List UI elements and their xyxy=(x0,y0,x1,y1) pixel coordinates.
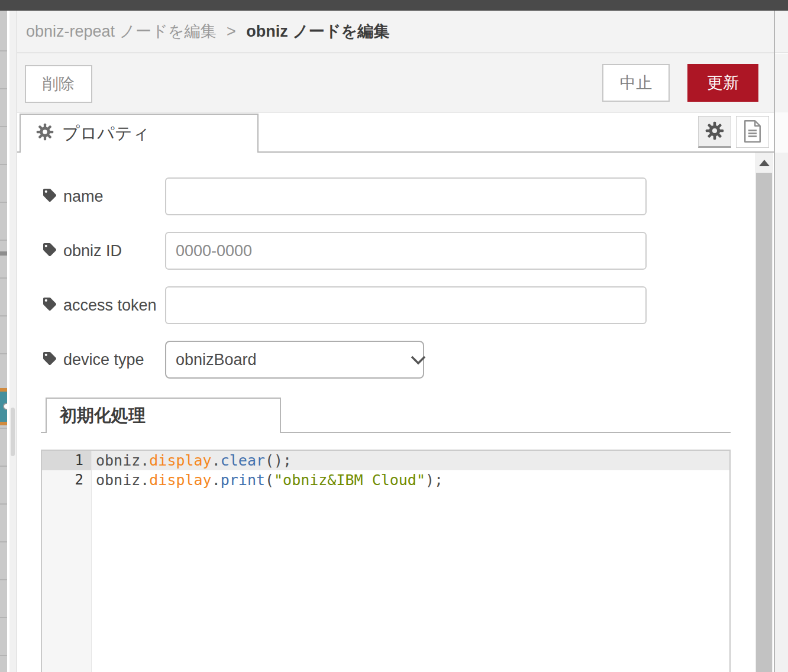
palette-scrollbar-track[interactable] xyxy=(9,11,17,672)
screen: obniz-repeat ノードを編集 > obniz ノードを編集 削除 中止… xyxy=(0,0,788,672)
palette-separator xyxy=(0,466,7,467)
code-token: . xyxy=(212,452,221,469)
palette-separator xyxy=(0,202,7,203)
dialog-toolbar: 削除 中止 更新 xyxy=(17,53,774,112)
code-token: display xyxy=(149,471,211,489)
right-strip-segment xyxy=(775,153,788,672)
palette-item-edge xyxy=(0,251,7,256)
code-line: obniz.display.clear(); xyxy=(92,451,729,470)
palette-separator xyxy=(0,503,7,505)
right-strip-segment xyxy=(775,112,788,153)
obniz-id-label-text: obniz ID xyxy=(63,242,122,260)
gear-icon xyxy=(705,121,724,142)
palette-separator xyxy=(0,164,7,165)
obniz-id-label: obniz ID xyxy=(43,232,122,270)
tab-properties-label: プロパティ xyxy=(62,122,150,146)
tag-icon xyxy=(43,242,56,260)
scrollbar-thumb[interactable] xyxy=(756,173,772,672)
palette-separator xyxy=(0,240,7,241)
edit-dialog: obniz-repeat ノードを編集 > obniz ノードを編集 削除 中止… xyxy=(17,11,775,672)
tag-icon xyxy=(43,188,56,206)
palette-separator xyxy=(0,353,7,354)
scrollbar-up-button[interactable] xyxy=(755,153,773,173)
device-type-label-text: device type xyxy=(63,351,144,369)
code-token: . xyxy=(212,471,221,489)
gear-icon xyxy=(36,123,54,145)
tag-icon xyxy=(43,296,56,315)
right-strip-segment xyxy=(775,11,788,53)
code-token: clear xyxy=(221,452,265,469)
arrow-up-icon xyxy=(759,160,770,166)
code-token: obniz. xyxy=(96,452,149,469)
code-token: (); xyxy=(265,452,292,469)
tag-icon xyxy=(43,351,56,369)
code-token: obniz. xyxy=(96,471,149,489)
access-token-input[interactable] xyxy=(165,286,647,324)
cancel-button[interactable]: 中止 xyxy=(602,64,670,102)
device-type-label: device type xyxy=(43,341,144,379)
properties-panel: name obniz ID access token xyxy=(17,153,774,672)
line-number: 2 xyxy=(42,470,91,490)
tab-init-code[interactable]: 初期化処理 xyxy=(46,398,281,433)
code-token: print xyxy=(221,471,265,489)
palette-scrollbar-thumb[interactable] xyxy=(11,408,15,456)
content-scrollbar[interactable] xyxy=(755,153,773,672)
breadcrumb-current: obniz ノードを編集 xyxy=(246,22,389,40)
palette-separator xyxy=(0,579,7,580)
palette-separator xyxy=(0,428,7,429)
palette-separator xyxy=(0,617,7,618)
palette-node-obniz[interactable] xyxy=(0,388,7,425)
palette-separator xyxy=(0,541,7,542)
right-edge-strip xyxy=(775,11,788,672)
palette-separator xyxy=(0,88,7,89)
code-editor-text[interactable]: obniz.display.clear(); obniz.display.pri… xyxy=(92,451,729,672)
dialog-tabbar: プロパティ xyxy=(17,112,774,153)
obniz-id-input[interactable] xyxy=(165,232,647,270)
right-strip-segment xyxy=(775,54,788,112)
name-input[interactable] xyxy=(165,177,647,215)
node-docs-button[interactable] xyxy=(736,116,769,148)
palette-separator xyxy=(0,315,7,316)
breadcrumb-separator: > xyxy=(227,22,236,40)
palette-separator xyxy=(0,50,7,51)
line-number: 1 xyxy=(42,451,91,470)
breadcrumb-parent[interactable]: obniz-repeat ノードを編集 xyxy=(26,22,217,40)
delete-button[interactable]: 削除 xyxy=(25,65,92,103)
palette-edge xyxy=(0,11,7,672)
node-port xyxy=(3,403,7,410)
code-editor[interactable]: 1 2 obniz.display.clear(); obniz.display… xyxy=(41,450,731,672)
code-token: display xyxy=(149,452,211,469)
window-topbar xyxy=(0,0,788,11)
tab-init-code-label: 初期化処理 xyxy=(60,404,146,428)
breadcrumb: obniz-repeat ノードを編集 > obniz ノードを編集 xyxy=(17,11,774,53)
code-token: ); xyxy=(425,471,443,489)
document-icon xyxy=(742,119,763,145)
access-token-label: access token xyxy=(43,286,157,324)
palette-separator xyxy=(0,277,7,279)
tab-properties[interactable]: プロパティ xyxy=(20,114,259,153)
name-label-text: name xyxy=(63,188,104,206)
name-label: name xyxy=(43,177,104,215)
device-type-select[interactable]: obnizBoard xyxy=(165,341,424,379)
code-line: obniz.display.print("obniz&IBM Cloud"); xyxy=(92,470,729,490)
access-token-label-text: access token xyxy=(63,296,157,315)
palette-separator xyxy=(0,655,7,656)
code-editor-gutter: 1 2 xyxy=(42,451,92,672)
edit-properties-button[interactable] xyxy=(698,116,731,148)
code-token: ( xyxy=(265,471,274,489)
palette-separator xyxy=(0,126,7,127)
update-button[interactable]: 更新 xyxy=(687,64,758,102)
code-token: "obniz&IBM Cloud" xyxy=(274,471,425,489)
